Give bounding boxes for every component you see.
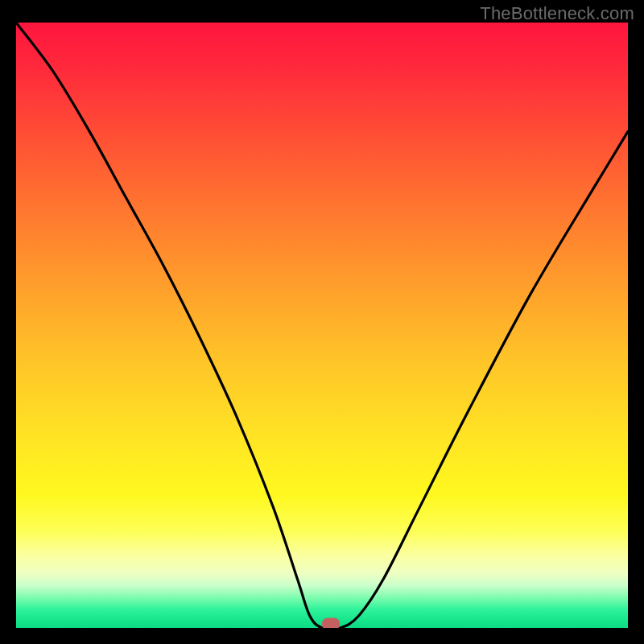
chart-frame: TheBottleneck.com <box>0 0 644 644</box>
bottleneck-curve <box>16 23 628 628</box>
watermark-text: TheBottleneck.com <box>480 3 634 24</box>
curve-path <box>16 23 628 628</box>
optimal-marker <box>322 618 340 628</box>
plot-area <box>16 23 628 628</box>
